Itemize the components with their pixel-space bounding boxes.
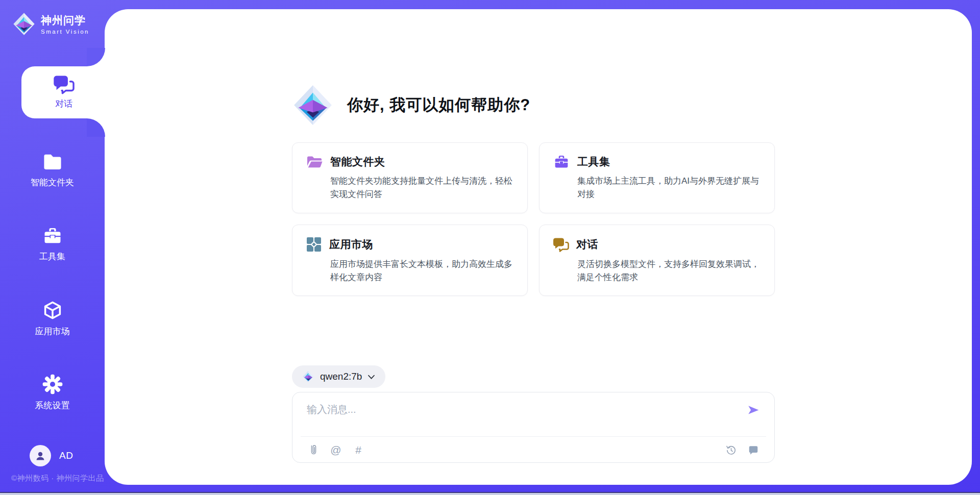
sidebar-item-app-market[interactable]: 应用市场 (0, 300, 105, 337)
chat-icon (553, 236, 569, 253)
user-account[interactable]: AD (30, 445, 73, 466)
folder-open-icon (306, 154, 323, 169)
message-button[interactable] (747, 443, 760, 457)
sidebar-item-label: 工具集 (0, 251, 105, 262)
hash-icon: # (355, 444, 361, 456)
history-icon (725, 444, 737, 456)
card-description: 应用市场提供丰富长文本模板，助力高效生成多样化文章内容 (330, 258, 514, 285)
card-smart-folder[interactable]: 智能文件夹 智能文件夹功能支持批量文件上传与清洗，轻松实现文件问答 (292, 142, 528, 213)
footer-credit: ©神州数码 · 神州问学出品 (11, 474, 104, 483)
sidebar-item-settings[interactable]: 系统设置 (0, 374, 105, 411)
sidebar-item-chat[interactable]: 对话 (21, 66, 106, 118)
chevron-down-icon (368, 374, 375, 380)
card-description: 集成市场上主流工具，助力AI与外界无缝扩展与对接 (577, 175, 761, 202)
avatar (30, 445, 51, 466)
composer-toolbar: @ # (307, 441, 760, 459)
card-app-market[interactable]: 应用市场 应用市场提供丰富长文本模板，助力高效生成多样化文章内容 (292, 225, 528, 296)
logo-diamond-icon (302, 370, 314, 383)
app-name: 神州问学 (41, 13, 89, 28)
send-button[interactable] (746, 403, 761, 418)
card-title: 智能文件夹 (330, 155, 385, 169)
message-input[interactable] (307, 403, 751, 429)
mention-button[interactable]: @ (329, 443, 342, 457)
command-button[interactable]: # (352, 443, 365, 457)
toolbox-icon (553, 154, 570, 169)
card-title: 工具集 (577, 155, 610, 169)
tab-curve-bottom (87, 118, 105, 137)
greeting-text: 你好, 我可以如何帮助你? (347, 94, 530, 116)
attachment-icon (308, 444, 318, 456)
composer-divider (301, 436, 766, 437)
sidebar: 神州问学 Smart Vision 对话 智能文件夹 工具集 (0, 0, 105, 495)
window-bottom-edge (0, 492, 980, 495)
logo-diamond-icon (12, 12, 36, 36)
model-selector[interactable]: qwen2:7b (292, 365, 385, 388)
sidebar-item-smart-folder[interactable]: 智能文件夹 (0, 152, 105, 188)
message-composer: @ # (292, 392, 775, 463)
logo-diamond-icon (292, 84, 334, 126)
sidebar-item-label: 对话 (21, 98, 106, 110)
user-name: AD (59, 450, 73, 461)
feature-cards: 智能文件夹 智能文件夹功能支持批量文件上传与清洗，轻松实现文件问答 工具集 集成… (292, 142, 775, 296)
sidebar-item-label: 应用市场 (0, 326, 105, 337)
sidebar-item-toolset[interactable]: 工具集 (0, 226, 105, 262)
toolbox-icon (42, 226, 63, 246)
card-title: 应用市场 (329, 237, 373, 252)
app-subtitle: Smart Vision (41, 29, 89, 35)
card-title: 对话 (576, 237, 598, 252)
brand-logo: 神州问学 Smart Vision (12, 12, 89, 36)
card-description: 智能文件夹功能支持批量文件上传与清洗，轻松实现文件问答 (330, 175, 514, 202)
app-grid-icon (306, 236, 322, 253)
card-description: 灵活切换多模型文件，支持多样回复效果调试，满足个性化需求 (577, 258, 761, 285)
brand-text: 神州问学 Smart Vision (41, 13, 89, 35)
cube-icon (42, 300, 63, 321)
card-toolset[interactable]: 工具集 集成市场上主流工具，助力AI与外界无缝扩展与对接 (539, 142, 775, 213)
main-panel: 你好, 我可以如何帮助你? 智能文件夹 智能文件夹功能支持批量文件上传与清洗，轻… (105, 9, 972, 485)
gear-icon (42, 374, 63, 395)
mention-icon: @ (330, 444, 341, 456)
greeting: 你好, 我可以如何帮助你? (292, 84, 530, 126)
sidebar-item-label: 系统设置 (0, 400, 105, 411)
sidebar-item-label: 智能文件夹 (0, 177, 105, 188)
model-name: qwen2:7b (320, 371, 362, 382)
history-button[interactable] (724, 443, 738, 457)
person-icon (34, 450, 46, 462)
chat-icon (53, 73, 75, 95)
folder-icon (42, 152, 63, 172)
message-icon (748, 444, 759, 456)
attachment-button[interactable] (307, 443, 320, 457)
card-chat[interactable]: 对话 灵活切换多模型文件，支持多样回复效果调试，满足个性化需求 (539, 225, 775, 296)
tab-curve-top (87, 48, 105, 66)
send-icon (747, 404, 760, 417)
